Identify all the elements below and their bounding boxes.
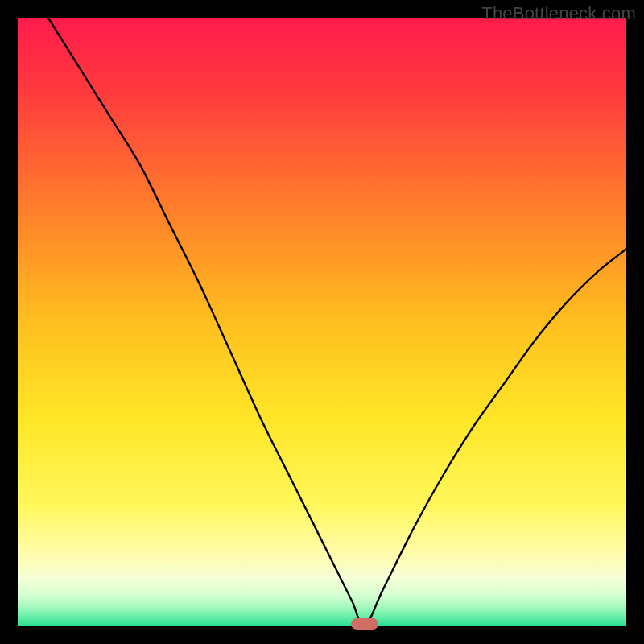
optimum-marker [351, 618, 378, 630]
chart-frame: TheBottleneck.com [0, 0, 644, 644]
watermark-text: TheBottleneck.com [481, 3, 636, 24]
chart-svg [18, 18, 626, 626]
gradient-background [18, 18, 626, 626]
plot-area [18, 18, 626, 626]
